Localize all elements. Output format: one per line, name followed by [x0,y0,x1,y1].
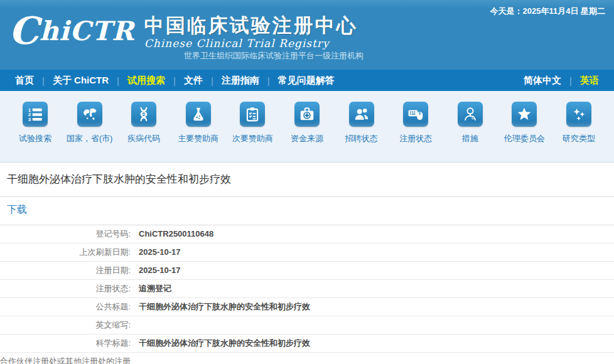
who-registry-line: 世界卫生组织国际临床试验注册平台一级注册机构 [184,50,364,62]
row-value: 干细胞外泌体治疗下肢水肿的安全性和初步疗效 [131,301,310,313]
row-value: 2025-10-17 [131,247,181,258]
row-label: 合作伙伴注册处或其他注册处的注册号: [0,353,131,364]
toolbar-item-label: 措施 [462,132,478,144]
toolbar-item-0[interactable]: 123试验搜索 [9,102,62,144]
svg-text:3: 3 [28,117,31,122]
sparkles-icon [566,102,591,127]
toolbar-item-label: 伦理委员会 [504,132,545,144]
flask-icon [186,102,211,127]
numbered-list-icon: 123 [23,102,48,127]
toolbar-item-9[interactable]: 伦理委员会 [498,102,551,144]
trial-detail-table: 登记号码:ChiCTR2500110648上次刷新日期:2025-10-17注册… [0,225,614,364]
table-row: 上次刷新日期:2025-10-17 [0,244,614,262]
table-row: 合作伙伴注册处或其他注册处的注册号: [0,353,614,364]
language-item-1[interactable]: 英语 [580,75,599,87]
people-icon [349,102,374,127]
logo-letter: C [9,9,40,53]
toolbar-item-8[interactable]: 措施 [444,102,497,144]
current-date: 今天是：2025年11月4日 星期二 [490,6,605,17]
site-title-block: 中国临床试验注册中心 Chinese Clinical Trial Regist… [144,11,358,50]
row-label: 上次刷新日期: [0,244,131,261]
nav-item-2[interactable]: 试用搜索 [127,75,165,87]
table-row: 英文缩写: [0,316,614,335]
nav-item-4[interactable]: 注册指南 [222,75,259,87]
nav-separator: | [569,75,572,86]
row-value: 追溯登记 [131,283,171,294]
nav-separator: | [211,75,213,86]
main-nav: 首页|关于 ChiCTR|试用搜索|文件|注册指南|常见问题解答 简体中文|英语 [0,70,614,91]
toolbar-item-2[interactable]: 疾病代码 [117,102,170,144]
doctor-icon [458,102,483,127]
toolbar-item-label: 国家，省(市) [67,132,113,144]
page-title: 干细胞外泌体治疗下肢水肿的安全性和初步疗效 [0,163,614,197]
dna-icon [131,102,156,127]
toolbar-item-5[interactable]: 资金来源 [281,102,333,144]
toolbar-item-label: 研究类型 [563,132,595,144]
row-label: 注册状态: [0,280,131,297]
site-title-en: Chinese Clinical Trial Registry [144,36,358,50]
nav-separator: | [117,75,119,86]
toolbar-item-6[interactable]: 招聘状态 [335,102,388,144]
table-row: 登记号码:ChiCTR2500110648 [0,225,614,244]
toolbar-item-label: 试验搜索 [19,132,51,144]
table-row: 公共标题:干细胞外泌体治疗下肢水肿的安全性和初步疗效 [0,298,614,316]
site-title-cn: 中国临床试验注册中心 [144,15,358,36]
nav-separator: | [42,75,45,86]
download-link[interactable]: 下载 [0,197,614,225]
search-icon-toolbar: 123试验搜索国家，省(市)疾病代码主要赞助商次要赞助商资金来源招聘状态注册状态… [0,91,614,163]
toolbar-item-label: 次要赞助商 [232,132,273,144]
nav-language-switch: 简体中文|英语 [524,75,599,87]
medical-kit-icon [294,102,320,127]
toolbar-item-3[interactable]: 主要赞助商 [172,102,225,144]
table-row: 科学标题:干细胞外泌体治疗下肢水肿的安全性和初步疗效 [0,335,614,353]
row-value: 干细胞外泌体治疗下肢水肿的安全性和初步疗效 [131,338,310,349]
toolbar-item-label: 资金来源 [291,132,323,144]
logo-rest: hiCTR [40,16,134,46]
table-row: 注册状态:追溯登记 [0,280,614,298]
nav-item-0[interactable]: 首页 [15,75,34,87]
table-row: 注册日期:2025-10-17 [0,262,614,280]
toolbar-item-1[interactable]: 国家，省(市) [63,102,116,144]
world-map-icon [77,102,102,127]
nav-item-1[interactable]: 关于 ChiCTR [53,75,109,87]
toolbar-item-4[interactable]: 次要赞助商 [226,102,279,144]
toolbar-item-label: 疾病代码 [127,132,160,144]
row-value: ChiCTR2500110648 [131,228,213,240]
site-header: ChiCTR 中国临床试验注册中心 Chinese Clinical Trial… [0,0,614,70]
row-label: 注册日期: [0,262,131,279]
row-label: 英文缩写: [0,316,131,334]
toolbar-item-7[interactable]: 注册状态 [389,102,442,144]
toolbar-item-label: 注册状态 [399,132,432,144]
row-value: 2025-10-17 [131,265,181,276]
nav-separator: | [173,75,176,86]
nav-item-3[interactable]: 文件 [184,75,203,87]
toolbar-item-10[interactable]: 研究类型 [552,102,605,144]
nav-item-5[interactable]: 常见问题解答 [278,75,335,87]
keyboard-mouse-icon [403,102,428,127]
row-label: 公共标题: [0,298,131,316]
toolbar-item-label: 招聘状态 [345,132,378,144]
nav-separator: | [267,75,270,86]
row-label: 科学标题: [0,335,131,352]
row-label: 登记号码: [0,225,131,243]
nav-left: 首页|关于 ChiCTR|试用搜索|文件|注册指南|常见问题解答 [15,75,335,87]
star-icon [512,102,537,127]
chictr-logo[interactable]: ChiCTR [9,11,134,51]
logo-row: ChiCTR 中国临床试验注册中心 Chinese Clinical Trial… [9,11,358,51]
clipboard-checklist-icon [240,102,265,127]
language-item-0[interactable]: 简体中文 [524,75,561,87]
toolbar-item-label: 主要赞助商 [178,132,218,144]
